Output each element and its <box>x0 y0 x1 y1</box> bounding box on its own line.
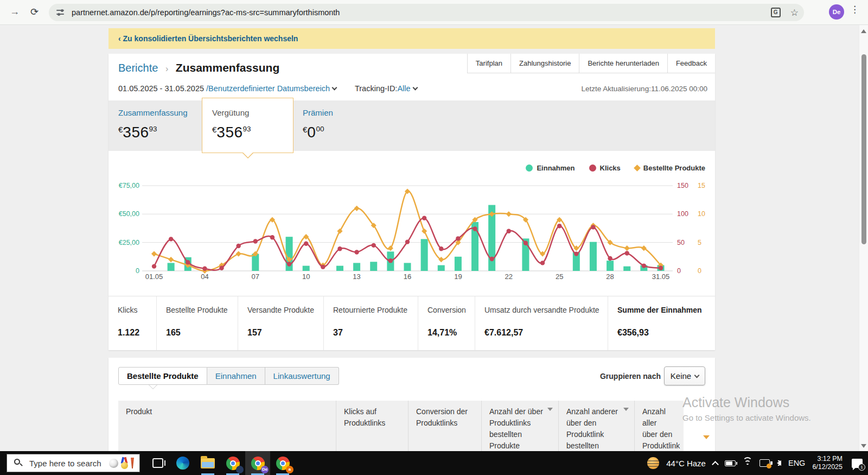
summary-card-prämien[interactable]: Prämien€000 <box>303 108 373 141</box>
kpi-retournierte-produkte: Retournierte Produkte37 <box>323 296 418 350</box>
summary-card-label[interactable]: Zusammenfassung <box>118 108 200 117</box>
chrome-profile3-button[interactable]: a <box>270 451 295 475</box>
language-indicator[interactable]: ENG <box>788 459 805 467</box>
x-axis-tick-label: 13 <box>353 273 360 281</box>
x-axis-tick-label: 19 <box>454 273 462 281</box>
x-axis-tick-label: 28 <box>606 273 614 281</box>
sort-descending-active-icon[interactable] <box>703 435 710 439</box>
x-axis-tick-label: 01.05 <box>145 273 163 281</box>
earnings-summary-strip: Zusammenfassung€35693Vergütung€35693Präm… <box>108 100 715 151</box>
column-header-conversion-der[interactable]: Conversion der Produktlinks <box>409 401 482 451</box>
notification-center-icon[interactable]: 1 <box>852 459 863 468</box>
marker-bestellte-produkte <box>168 257 174 262</box>
taskbar-search-input[interactable]: Type here to search <box>7 454 140 472</box>
column-header-klicks-auf[interactable]: Klicks auf Produktlinks <box>336 401 409 451</box>
legend-item-einnahmen[interactable]: Einnahmen <box>526 164 575 172</box>
task-view-button[interactable] <box>145 451 170 475</box>
bookmark-star-icon[interactable]: ☆ <box>790 7 799 18</box>
consolidated-reports-banner: ‹ Zu konsolidierten Übersichtsberichten … <box>108 28 715 49</box>
page-scrollbar[interactable] <box>859 25 868 451</box>
summary-card-zusammenfassung[interactable]: Zusammenfassung€35693 <box>118 108 200 141</box>
translate-icon[interactable]: G <box>771 8 781 17</box>
profile-avatar[interactable]: De <box>829 4 844 20</box>
switch-to-consolidated-reports-link[interactable]: ‹ Zu konsolidierten Übersichtsberichten … <box>118 34 298 43</box>
address-bar[interactable]: partnernet.amazon.de/p/reporting/earning… <box>49 4 804 21</box>
page-title: Zusammenfassung <box>176 61 279 74</box>
earnings-chart: €75,0015015€50,0010010€25,0050500001.050… <box>108 177 715 288</box>
clock[interactable]: 3:12 PM 6/12/2025 <box>812 455 843 471</box>
topnav-tarifplan[interactable]: Tarifplan <box>467 54 510 73</box>
group-by-dropdown[interactable]: Keine <box>664 366 705 385</box>
chevron-down-icon[interactable] <box>332 85 337 91</box>
bar-einnahmen <box>303 266 310 271</box>
breadcrumb-berichte-link[interactable]: Berichte <box>118 62 158 74</box>
marker-klicks <box>557 224 561 228</box>
tab-einnahmen[interactable]: Einnahmen <box>207 367 265 385</box>
topnav-berichte-herunterladen[interactable]: Berichte herunterladen <box>579 54 667 73</box>
summary-card-label: Vergütung <box>212 108 293 117</box>
date-text: 6/12/2025 <box>812 463 843 471</box>
site-settings-icon[interactable] <box>56 8 65 17</box>
marker-klicks <box>625 251 629 255</box>
amount-whole: 356 <box>123 124 149 141</box>
chrome-profile2-button-active[interactable]: De <box>245 451 270 475</box>
browser-menu-icon[interactable]: ⋮ <box>850 4 859 15</box>
tab-bestellte-produkte[interactable]: Bestellte Produkte <box>118 367 207 385</box>
tab-linkauswertung[interactable]: Linkauswertung <box>265 367 339 385</box>
x-axis-tick-label: 22 <box>505 273 513 281</box>
weather-haze-icon[interactable] <box>647 457 659 469</box>
search-placeholder: Type here to search <box>29 459 101 468</box>
topnav-feedback[interactable]: Feedback <box>667 54 715 73</box>
report-tabs: Bestellte ProdukteEinnahmenLinkauswertun… <box>118 367 339 385</box>
marker-bestellte-produkte <box>354 206 360 211</box>
edge-button[interactable] <box>170 451 195 475</box>
search-highlight-icons[interactable] <box>109 457 134 469</box>
summary-card-label[interactable]: Prämien <box>303 108 373 117</box>
scroll-up-icon[interactable] <box>861 29 866 33</box>
amount-fraction: 93 <box>149 125 157 133</box>
y-axis-left-label: €75,00 <box>119 182 139 189</box>
file-explorer-button[interactable] <box>195 451 220 475</box>
tracking-id-dropdown[interactable]: Alle <box>397 84 410 93</box>
marker-klicks <box>270 235 275 239</box>
bar-einnahmen <box>455 257 462 271</box>
url-text[interactable]: partnernet.amazon.de/p/reporting/earning… <box>72 8 340 17</box>
bar-einnahmen <box>336 266 343 271</box>
battery-icon[interactable] <box>725 460 736 466</box>
marker-bestellte-produkte <box>506 211 512 217</box>
y-axis-right2-label: 10 <box>698 210 705 218</box>
weather-text[interactable]: 44°C Haze <box>666 459 706 468</box>
selected-card-pointer-fill <box>242 152 253 157</box>
marker-bestellte-produkte <box>337 229 342 234</box>
marker-klicks <box>388 258 393 263</box>
column-header-anzahl-anderer[interactable]: Anzahl anderer über den Produktlink best… <box>559 401 635 451</box>
forward-icon[interactable]: → <box>10 6 20 17</box>
scroll-down-icon[interactable] <box>861 444 866 448</box>
marker-bestellte-produkte <box>151 251 157 257</box>
screen-cast-icon[interactable] <box>760 459 770 467</box>
column-header-produkt[interactable]: Produkt <box>118 401 336 451</box>
topnav-zahlungshistorie[interactable]: Zahlungshistorie <box>510 54 579 73</box>
chevron-down-icon[interactable] <box>412 85 418 91</box>
column-header-anzahl-der-über[interactable]: Anzahl der über Produktlinks bestellten … <box>482 401 559 451</box>
marker-klicks <box>253 239 258 243</box>
sort-icon[interactable] <box>623 408 629 411</box>
y-axis-right1-label: 50 <box>677 239 685 246</box>
date-range-dropdown[interactable]: /Benutzerdefinierter Datumsbereich <box>206 84 330 93</box>
tray-expand-icon[interactable] <box>712 461 719 468</box>
wifi-icon[interactable] <box>743 459 752 467</box>
task-view-icon <box>152 458 163 468</box>
chrome-profile1-button[interactable] <box>220 451 245 475</box>
sort-icon[interactable] <box>547 408 553 411</box>
scrollbar-thumb[interactable] <box>861 54 866 244</box>
column-header-anzahl-aller[interactable]: Anzahl aller über den Produktlink bestel… <box>635 401 684 451</box>
legend-item-klicks[interactable]: Klicks <box>589 164 621 172</box>
legend-item-bestellte-produkte[interactable]: Bestellte Produkte <box>635 164 705 172</box>
windows-taskbar: Type here to search De a 44°C Haze ENG 3… <box>0 451 868 475</box>
reload-icon[interactable]: ⟳ <box>30 6 39 18</box>
kpi-label: Conversion <box>427 305 475 315</box>
golf-tee-icon <box>131 458 134 468</box>
marker-klicks <box>186 260 190 264</box>
speaker-icon[interactable] <box>777 460 781 466</box>
marker-klicks <box>304 242 308 246</box>
